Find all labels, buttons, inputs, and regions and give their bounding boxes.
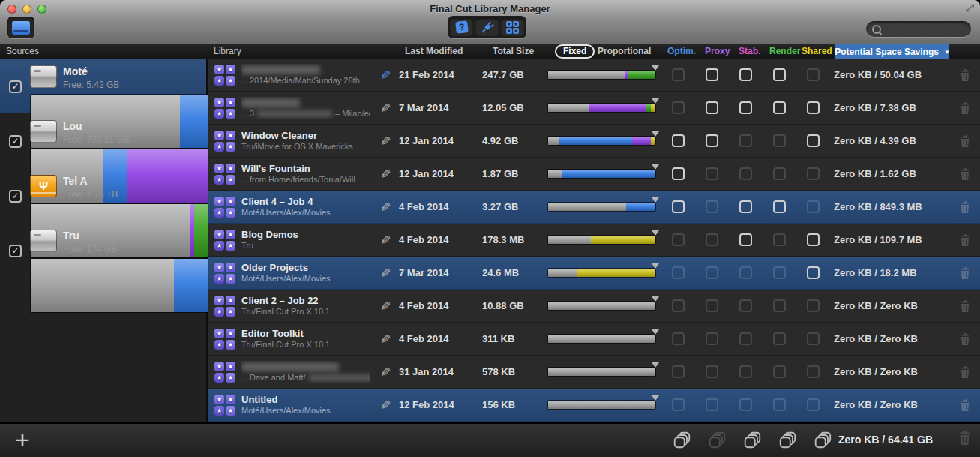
bar-marker[interactable] [652,362,659,368]
shared-checkbox[interactable] [807,101,820,114]
render-checkbox[interactable] [773,200,786,213]
library-row[interactable]: ★★★★ Untitled Moté/Users/Alex/Movies ✎ 1… [208,389,980,422]
library-icon[interactable]: ★★★★ [214,65,235,86]
bar-marker[interactable] [652,164,659,170]
optim-checkbox[interactable] [672,167,685,180]
render-checkbox[interactable] [773,299,786,312]
library-icon[interactable]: ★★★★ [214,296,235,317]
add-source-button[interactable]: + [7,425,37,454]
render-checkbox[interactable] [773,398,786,411]
source-checkbox[interactable]: ✓ [9,135,22,148]
render-checkbox[interactable] [773,266,786,279]
source-item[interactable]: ✓ Ψ Tel A Free: 1.16 TB [0,168,206,223]
column-render[interactable]: Render [769,46,800,56]
library-row[interactable]: ★★★★ …3– Milan/edit ✎ 7 Mar 2014 12.05 G… [208,92,980,125]
bulk-checkbox-stack-icon[interactable] [778,431,798,450]
stab-checkbox[interactable] [739,332,752,345]
shared-checkbox[interactable] [807,68,820,81]
rename-pencil-icon[interactable]: ✎ [377,263,393,283]
rename-pencil-icon[interactable]: ✎ [377,65,393,85]
proxy-checkbox[interactable] [706,167,718,180]
rename-pencil-icon[interactable]: ✎ [377,395,393,415]
stab-checkbox[interactable] [739,200,752,213]
trash-icon[interactable] [960,201,970,213]
fullscreen-icon[interactable]: ⤢ [966,2,974,14]
bulk-trash-icon[interactable] [958,431,971,445]
bar-mode-proportional-toggle[interactable]: Proportional [598,46,651,56]
source-checkbox[interactable]: ✓ [9,245,22,257]
column-total-size[interactable]: Total Size [493,46,534,56]
library-icon[interactable]: ★★★★ [214,395,235,416]
library-icon[interactable]: ★★★★ [214,197,235,218]
library-icon[interactable]: ★★★★ [214,263,235,284]
source-item[interactable]: ✓ Tru Free: 174 GB [0,223,206,278]
stab-checkbox[interactable] [739,167,752,180]
bar-marker[interactable] [652,395,659,401]
library-icon[interactable]: ★★★★ [214,98,235,119]
source-item[interactable]: ✓ Lou Free: 790.31 GB [0,113,206,168]
library-icon[interactable]: ★★★★ [214,164,235,185]
render-checkbox[interactable] [773,101,786,114]
column-shared[interactable]: Shared [802,46,832,56]
render-checkbox[interactable] [773,167,786,180]
library-icon[interactable]: ★★★★ [214,362,235,383]
trash-icon[interactable] [960,69,970,81]
optim-checkbox[interactable] [672,398,685,411]
orphaned-libraries-button[interactable]: ? [450,18,473,36]
optim-checkbox[interactable] [672,233,685,246]
libraries-button[interactable]: ★★★★ [501,18,524,36]
stab-checkbox[interactable] [739,365,752,378]
optim-checkbox[interactable] [672,266,685,279]
optim-checkbox[interactable] [672,365,685,378]
source-checkbox[interactable]: ✓ [9,190,22,203]
optim-checkbox[interactable] [672,200,685,213]
search-input[interactable] [886,23,965,35]
library-icon[interactable]: ★★★★ [214,131,235,152]
optim-checkbox[interactable] [672,68,685,81]
trash-icon[interactable] [960,168,970,180]
library-row[interactable]: ★★★★ …Dave and Matt/ ✎ 31 Jan 2014 578 K… [208,356,980,389]
library-row[interactable]: ★★★★ …2014/Media/Matt/Sunday 26th ✎ 21 F… [208,59,980,92]
library-icon[interactable]: ★★★★ [214,329,235,350]
optim-checkbox[interactable] [672,299,685,312]
bulk-checkbox-stack-icon[interactable] [673,431,692,450]
shared-checkbox[interactable] [807,167,820,180]
column-last-modified[interactable]: Last Modified [405,46,463,56]
render-checkbox[interactable] [773,68,786,81]
trash-icon[interactable] [960,333,970,345]
proxy-checkbox[interactable] [706,233,718,246]
trash-icon[interactable] [960,366,970,378]
shared-checkbox[interactable] [807,398,820,411]
library-row[interactable]: ★★★★ Client 4 – Job 4 Moté/Users/Alex/Mo… [208,191,980,224]
rename-pencil-icon[interactable]: ✎ [377,164,393,184]
bar-marker[interactable] [652,263,659,269]
render-checkbox[interactable] [773,365,786,378]
render-checkbox[interactable] [773,233,786,246]
rename-pencil-icon[interactable]: ✎ [377,98,393,118]
library-row[interactable]: ★★★★ Will's Fountain …from Home/friends/… [208,158,980,191]
column-potential-space-savings[interactable]: Potential Space Savings ▼ [835,44,949,59]
bar-marker[interactable] [652,65,659,71]
stab-checkbox[interactable] [739,233,752,246]
shared-checkbox[interactable] [807,332,820,345]
bulk-checkbox-stack-icon[interactable] [743,431,763,450]
column-proxy[interactable]: Proxy [705,46,730,56]
rename-pencil-icon[interactable]: ✎ [377,362,393,382]
stab-checkbox[interactable] [739,101,752,114]
search-field[interactable] [866,21,971,37]
stab-checkbox[interactable] [739,68,752,81]
rename-pencil-icon[interactable]: ✎ [377,131,393,151]
optim-checkbox[interactable] [672,101,685,114]
column-optim[interactable]: Optim. [667,46,696,56]
stab-checkbox[interactable] [739,266,752,279]
connected-volumes-button[interactable] [475,18,499,36]
column-stab[interactable]: Stab. [739,46,760,56]
bar-marker[interactable] [652,296,659,302]
proxy-checkbox[interactable] [706,332,718,345]
rename-pencil-icon[interactable]: ✎ [377,329,393,349]
optim-checkbox[interactable] [672,134,685,147]
shared-checkbox[interactable] [807,365,820,378]
render-checkbox[interactable] [773,332,786,345]
rename-pencil-icon[interactable]: ✎ [377,230,393,250]
rename-pencil-icon[interactable]: ✎ [377,197,393,217]
